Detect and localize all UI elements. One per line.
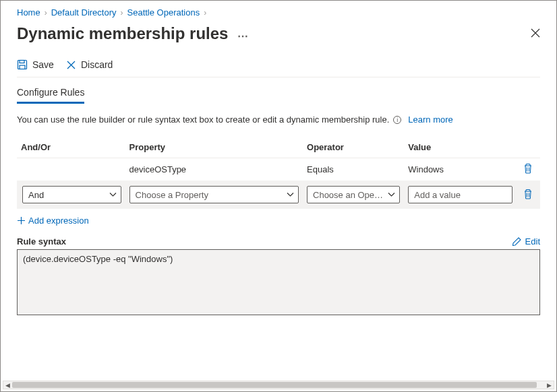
add-expression-label: Add expression (28, 216, 89, 226)
learn-more-link[interactable]: Learn more (408, 115, 452, 125)
breadcrumb-item-operations[interactable]: Seattle Operations (127, 7, 200, 18)
close-icon (531, 28, 540, 38)
breadcrumb-item-home[interactable]: Home (17, 7, 40, 18)
value-input[interactable]: Add a value (408, 186, 512, 203)
value-placeholder: Add a value (414, 190, 461, 200)
chevron-right-icon: › (204, 8, 206, 18)
col-header-operator: Operator (303, 137, 404, 158)
operator-placeholder: Choose an Ope… (313, 190, 383, 200)
trash-icon (523, 163, 533, 174)
cell-property: deviceOSType (125, 158, 303, 181)
operator-select[interactable]: Choose an Ope… (307, 186, 400, 203)
edit-label: Edit (525, 236, 540, 247)
breadcrumb-item-directory[interactable]: Default Directory (51, 7, 117, 18)
andor-select[interactable]: And (22, 186, 121, 203)
table-row: deviceOSType Equals Windows (17, 158, 540, 181)
more-icon[interactable]: ⋯ (237, 31, 248, 42)
col-header-andor: And/Or (17, 137, 125, 158)
cell-andor (17, 158, 125, 181)
pencil-icon (512, 237, 521, 246)
scroll-right-icon[interactable]: ▶ (545, 381, 554, 389)
close-button[interactable] (531, 28, 540, 40)
edit-syntax-button[interactable]: Edit (512, 236, 540, 247)
page-title: Dynamic membership rules (17, 24, 228, 43)
svg-rect-1 (20, 61, 24, 63)
horizontal-scrollbar[interactable]: ◀ ▶ (3, 381, 554, 389)
cell-value: Windows (404, 158, 517, 181)
property-select[interactable]: Choose a Property (129, 186, 299, 203)
andor-value: And (28, 190, 44, 200)
property-placeholder: Choose a Property (136, 190, 208, 200)
chevron-right-icon: › (45, 8, 47, 18)
chevron-right-icon: › (121, 8, 123, 18)
discard-button[interactable]: Discard (66, 59, 113, 70)
save-button[interactable]: Save (17, 59, 54, 70)
col-header-value: Value (404, 137, 517, 158)
delete-row-button[interactable] (521, 189, 536, 199)
col-header-property: Property (125, 137, 303, 158)
info-icon[interactable]: i (393, 116, 401, 124)
scrollbar-thumb[interactable] (12, 382, 537, 388)
breadcrumb: Home › Default Directory › Seattle Opera… (17, 7, 540, 18)
plus-icon (17, 216, 26, 225)
table-input-row: And Choose a Property Choose an Ope… (17, 181, 540, 209)
section-title: Configure Rules (17, 87, 84, 104)
delete-row-button[interactable] (521, 163, 536, 174)
chevron-down-icon (287, 193, 294, 197)
discard-label: Discard (81, 59, 113, 70)
save-icon (17, 59, 28, 70)
scroll-left-icon[interactable]: ◀ (3, 381, 12, 389)
add-expression-button[interactable]: Add expression (17, 216, 540, 226)
rule-syntax-label: Rule syntax (17, 236, 66, 247)
svg-rect-2 (20, 65, 25, 69)
rule-syntax-textbox: (device.deviceOSType -eq "Windows") (17, 249, 540, 315)
chevron-down-icon (388, 193, 395, 197)
save-label: Save (32, 59, 54, 70)
discard-icon (66, 60, 76, 70)
chevron-down-icon (109, 193, 117, 197)
cell-operator: Equals (303, 158, 404, 181)
help-text: You can use the rule builder or rule syn… (17, 115, 389, 125)
trash-icon (523, 189, 533, 199)
